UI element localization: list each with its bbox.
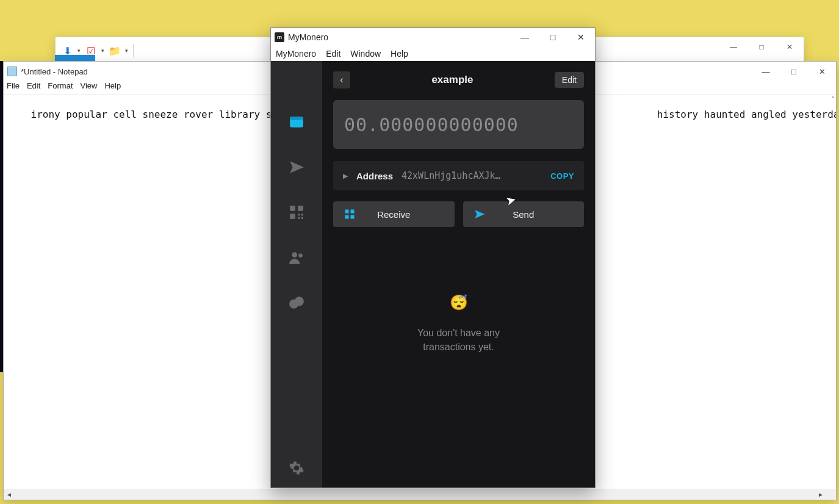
monero-maximize[interactable]: □ xyxy=(539,28,567,46)
svg-rect-8 xyxy=(301,217,303,219)
send-icon xyxy=(474,209,485,220)
address-value: 42xWLnHjg1uhcAXJk… xyxy=(401,170,542,181)
monero-minimize[interactable]: — xyxy=(511,28,539,46)
notepad-minimize[interactable]: — xyxy=(752,62,780,81)
explorer-close[interactable]: ✕ xyxy=(776,37,804,57)
empty-line1: You don't have any xyxy=(417,328,500,338)
explorer-maximize[interactable]: □ xyxy=(747,37,776,57)
empty-line2: transactions yet. xyxy=(423,342,494,352)
h-scrollbar[interactable]: ◄ ► xyxy=(4,489,826,500)
sidebar-wallet-icon[interactable] xyxy=(288,113,305,131)
wallet-name: example xyxy=(431,74,473,86)
send-button[interactable]: Send xyxy=(463,201,585,227)
address-row[interactable]: ▶ Address 42xWLnHjg1uhcAXJk… COPY xyxy=(333,161,584,190)
mymonero-main: ‹ example Edit 00.000000000000 ▶ Address… xyxy=(322,61,595,488)
svg-rect-2 xyxy=(290,206,295,211)
svg-rect-7 xyxy=(298,217,300,219)
mo-menu-window[interactable]: Window xyxy=(350,49,381,59)
sleeping-emoji-icon: 😴 xyxy=(333,294,584,311)
scroll-corner xyxy=(826,489,836,500)
notepad-icon xyxy=(7,67,17,76)
svg-rect-5 xyxy=(298,214,300,215)
svg-point-9 xyxy=(292,252,297,257)
sidebar-exchange-icon[interactable] xyxy=(288,294,305,311)
address-label: Address xyxy=(356,171,393,181)
svg-rect-4 xyxy=(290,214,295,219)
svg-rect-14 xyxy=(351,210,355,214)
chevron-right-icon: ▶ xyxy=(343,172,348,180)
mymonero-title: MyMonero xyxy=(288,32,328,42)
svg-point-10 xyxy=(298,254,303,258)
mymonero-menubar: MyMonero Edit Window Help xyxy=(271,46,595,61)
mo-menu-edit[interactable]: Edit xyxy=(326,49,340,59)
np-menu-file[interactable]: File xyxy=(7,81,20,94)
sidebar-settings-icon[interactable] xyxy=(288,459,305,477)
np-menu-view[interactable]: View xyxy=(81,81,98,94)
svg-rect-1 xyxy=(290,117,303,120)
sidebar-send-icon[interactable] xyxy=(288,159,305,176)
back-button[interactable]: ‹ xyxy=(333,71,350,88)
caret-up-icon: ˄ xyxy=(831,96,835,104)
empty-state: 😴 You don't have any transactions yet. xyxy=(333,294,584,354)
copy-button[interactable]: COPY xyxy=(550,171,574,181)
edit-button[interactable]: Edit xyxy=(555,72,584,88)
notepad-maximize[interactable]: □ xyxy=(780,62,808,81)
mymonero-sidebar xyxy=(271,61,322,488)
mo-menu-mymonero[interactable]: MyMonero xyxy=(276,49,316,59)
explorer-minimize[interactable]: — xyxy=(719,37,747,57)
caret-icon: ▾ xyxy=(101,48,104,54)
sidebar-qr-icon[interactable] xyxy=(288,204,305,221)
notepad-text-right: history haunted angled yesterday pigment… xyxy=(651,109,836,120)
monero-close[interactable]: ✕ xyxy=(567,28,595,46)
caret-icon: ▾ xyxy=(125,48,128,54)
np-menu-edit[interactable]: Edit xyxy=(27,81,40,94)
np-menu-help[interactable]: Help xyxy=(104,81,121,94)
scroll-left-icon[interactable]: ◄ xyxy=(4,489,15,500)
folder-icon: 📁 xyxy=(108,44,121,57)
caret-icon: ▾ xyxy=(77,48,81,54)
np-menu-format[interactable]: Format xyxy=(48,81,73,94)
svg-rect-16 xyxy=(351,215,355,219)
mymonero-window: m MyMonero — □ ✕ MyMonero Edit Window He… xyxy=(270,27,596,488)
receive-button[interactable]: Receive xyxy=(333,201,455,227)
scroll-right-icon[interactable]: ► xyxy=(815,489,826,500)
send-label: Send xyxy=(513,209,534,220)
mo-menu-help[interactable]: Help xyxy=(391,49,408,59)
svg-rect-15 xyxy=(345,215,349,219)
svg-rect-6 xyxy=(301,214,303,215)
notepad-title: *Untitled - Notepad xyxy=(21,67,88,76)
mymonero-logo-icon: m xyxy=(275,32,284,42)
sidebar-contacts-icon[interactable] xyxy=(288,249,305,266)
notepad-close[interactable]: ✕ xyxy=(808,62,836,81)
svg-rect-13 xyxy=(345,210,349,214)
svg-point-12 xyxy=(295,297,304,306)
receive-label: Receive xyxy=(377,209,410,220)
svg-rect-3 xyxy=(298,206,303,211)
qr-icon xyxy=(344,209,355,220)
balance-display: 00.000000000000 xyxy=(333,100,584,149)
